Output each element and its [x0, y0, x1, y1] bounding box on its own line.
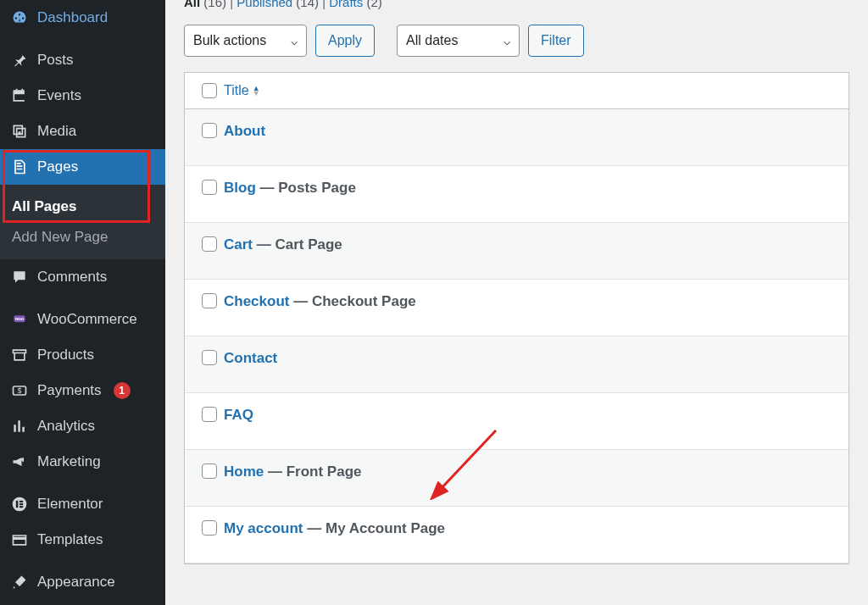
select-all-checkbox[interactable]	[202, 83, 217, 98]
sidebar-item-templates[interactable]: Templates	[0, 522, 165, 558]
table-row: Blog — Posts Page	[185, 166, 849, 223]
title-column-label: Title	[224, 83, 249, 98]
svg-rect-6	[16, 501, 18, 508]
row-checkbox[interactable]	[202, 463, 217, 479]
payments-badge: 1	[114, 382, 131, 399]
main-content: All (16) | Published (14) | Drafts (2) B…	[165, 0, 868, 605]
row-title: FAQ	[224, 407, 253, 424]
svg-rect-9	[19, 506, 23, 508]
sidebar-label: Templates	[37, 531, 103, 548]
tablenav-top: Bulk actions ⌵ Apply All dates ⌵ Filter	[184, 25, 849, 57]
page-state-suffix: — Cart Page	[253, 236, 342, 253]
sidebar-label: Dashboard	[37, 9, 108, 26]
filter-published-link[interactable]: Published	[236, 0, 292, 9]
row-title: Blog — Posts Page	[224, 180, 356, 197]
status-filters: All (16) | Published (14) | Drafts (2)	[184, 0, 849, 9]
sidebar-item-posts[interactable]: Posts	[0, 42, 165, 78]
sidebar-label: Comments	[37, 269, 107, 286]
sidebar-item-comments[interactable]: Comments	[0, 259, 165, 295]
comment-icon	[10, 268, 29, 286]
sidebar-label: Appearance	[37, 574, 115, 591]
admin-sidebar: Dashboard Posts Events Media Pages	[0, 0, 165, 605]
table-row: My account — My Account Page	[185, 507, 849, 563]
submenu-all-pages[interactable]: All Pages	[0, 191, 165, 222]
sidebar-item-products[interactable]: Products	[0, 337, 165, 373]
table-row: Contact	[185, 336, 849, 393]
row-checkbox[interactable]	[202, 236, 217, 252]
table-row: Checkout — Checkout Page	[185, 280, 849, 336]
page-title-link[interactable]: Cart	[224, 236, 253, 253]
elementor-icon	[10, 495, 29, 513]
row-checkbox[interactable]	[202, 123, 217, 138]
row-checkbox[interactable]	[202, 350, 217, 365]
woo-icon: woo	[10, 310, 29, 329]
submenu-add-new-page[interactable]: Add New Page	[0, 222, 165, 253]
page-state-suffix: — My Account Page	[303, 520, 446, 536]
filter-all-count: (16)	[203, 0, 226, 9]
page-title-link[interactable]: Contact	[224, 350, 277, 366]
sidebar-label: Analytics	[37, 418, 95, 435]
pages-table: Title ▲▼ AboutBlog — Posts PageCart — Ca…	[184, 72, 849, 564]
sidebar-label: Events	[37, 87, 81, 104]
filter-published-count: (14)	[296, 0, 319, 9]
pages-icon	[10, 158, 29, 176]
page-title-link[interactable]: Checkout	[224, 293, 289, 309]
svg-rect-7	[19, 501, 23, 502]
sidebar-label: Posts	[37, 52, 74, 69]
row-title: Cart — Cart Page	[224, 236, 342, 253]
sort-icon: ▲▼	[253, 86, 260, 96]
filter-all-label[interactable]: All	[184, 0, 200, 9]
sidebar-item-elementor[interactable]: Elementor	[0, 486, 165, 522]
sidebar-item-appearance[interactable]: Appearance	[0, 564, 165, 600]
row-checkbox[interactable]	[202, 293, 217, 308]
page-title-link[interactable]: FAQ	[224, 407, 253, 423]
filter-button[interactable]: Filter	[528, 25, 584, 57]
sidebar-item-analytics[interactable]: Analytics	[0, 408, 165, 444]
page-title-link[interactable]: My account	[224, 520, 303, 536]
row-title: Contact	[224, 350, 277, 367]
chevron-down-icon: ⌵	[504, 34, 510, 47]
row-title: Home — Front Page	[224, 463, 361, 480]
megaphone-icon	[10, 452, 29, 471]
media-icon	[10, 122, 29, 141]
sidebar-item-woocommerce[interactable]: woo WooCommerce	[0, 302, 165, 337]
page-state-suffix: — Checkout Page	[289, 293, 415, 309]
sidebar-label: Products	[37, 347, 94, 364]
page-title-link[interactable]: Blog	[224, 180, 256, 196]
page-title-link[interactable]: About	[224, 123, 265, 139]
sidebar-label: Pages	[37, 158, 78, 175]
page-state-suffix: — Front Page	[264, 463, 361, 480]
sidebar-label: Elementor	[37, 496, 103, 513]
sidebar-item-payments[interactable]: $ Payments 1	[0, 373, 165, 408]
filter-drafts-count: (2)	[366, 0, 381, 9]
sidebar-item-events[interactable]: Events	[0, 78, 165, 114]
sidebar-item-media[interactable]: Media	[0, 114, 165, 149]
archive-icon	[10, 346, 29, 364]
calendar-icon	[10, 86, 29, 105]
date-filter-select[interactable]: All dates ⌵	[397, 25, 520, 57]
bulk-actions-value: Bulk actions	[193, 33, 266, 48]
apply-button[interactable]: Apply	[315, 25, 375, 57]
row-checkbox[interactable]	[202, 520, 217, 536]
svg-text:woo: woo	[14, 316, 25, 321]
sidebar-label: Media	[37, 123, 76, 140]
payments-icon: $	[10, 381, 29, 400]
sidebar-label: Payments	[37, 382, 102, 399]
analytics-icon	[10, 417, 29, 436]
chevron-down-icon: ⌵	[291, 34, 298, 47]
row-checkbox[interactable]	[202, 180, 217, 195]
bulk-actions-select[interactable]: Bulk actions ⌵	[184, 25, 307, 57]
page-state-suffix: — Posts Page	[256, 180, 356, 196]
sidebar-item-marketing[interactable]: Marketing	[0, 444, 165, 480]
filter-drafts-link[interactable]: Drafts	[329, 0, 363, 9]
title-column-header[interactable]: Title ▲▼	[224, 83, 260, 98]
page-title-link[interactable]: Home	[224, 463, 264, 480]
table-row: Cart — Cart Page	[185, 223, 849, 280]
sidebar-item-dashboard[interactable]: Dashboard	[0, 0, 165, 36]
pages-submenu: All Pages Add New Page	[0, 185, 165, 259]
table-header-row: Title ▲▼	[185, 73, 849, 109]
sidebar-item-pages[interactable]: Pages	[0, 149, 165, 185]
row-title: My account — My Account Page	[224, 520, 445, 537]
row-checkbox[interactable]	[202, 407, 217, 422]
pin-icon	[10, 51, 29, 69]
